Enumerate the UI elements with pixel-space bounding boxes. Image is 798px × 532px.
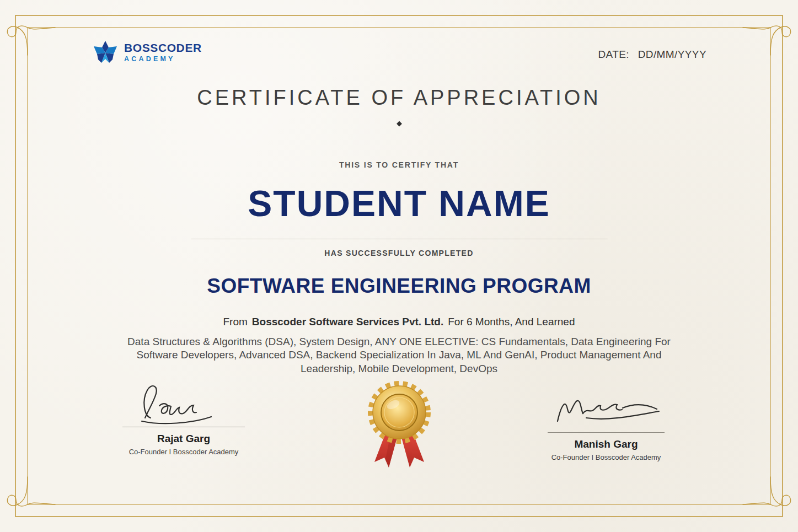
- certificate-page: BOSSCODER ACADEMY DATE: DD/MM/YYYY CERTI…: [0, 0, 798, 532]
- name-underline-rule: [191, 239, 607, 239]
- from-suffix: For 6 Months, And Learned: [448, 316, 575, 327]
- certify-line: THIS IS TO CERTIFY THAT: [0, 160, 798, 169]
- logo-text-bosscoder: BOSSCODER: [124, 42, 202, 53]
- manish-garg-signature-icon: [551, 393, 661, 431]
- from-line: FromBosscoder Software Services Pvt. Ltd…: [0, 316, 798, 328]
- corner-flourish-icon: [743, 477, 791, 506]
- diamond-separator-icon: [397, 121, 402, 127]
- bosscoder-logo-icon: [93, 41, 118, 64]
- completed-line: HAS SUCCESSFULLY COMPLETED: [0, 249, 798, 257]
- certificate-title: CERTIFICATE OF APPRECIATION: [0, 86, 798, 110]
- signatory-name: Rajat Garg: [122, 433, 245, 445]
- from-company: Bosscoder Software Services Pvt. Ltd.: [252, 316, 443, 327]
- rajat-garg-signature-icon: [134, 381, 233, 426]
- date-field: DATE: DD/MM/YYYY: [598, 49, 706, 61]
- signature-line: [548, 432, 665, 433]
- program-title: SOFTWARE ENGINEERING PROGRAM: [0, 275, 798, 298]
- corner-flourish-icon: [7, 26, 55, 55]
- signatory-title: Co-Founder I Bosscoder Academy: [548, 453, 665, 461]
- signatory-title: Co-Founder I Bosscoder Academy: [122, 448, 245, 456]
- logo-text-academy: ACADEMY: [124, 56, 202, 63]
- corner-flourish-icon: [7, 477, 55, 506]
- signature-block-manish: Manish Garg Co-Founder I Bosscoder Acade…: [548, 386, 665, 461]
- signature-line: [122, 427, 245, 427]
- date-label: DATE:: [598, 49, 629, 60]
- from-prefix: From: [223, 316, 248, 327]
- corner-flourish-icon: [743, 26, 791, 55]
- student-name: STUDENT NAME: [0, 182, 798, 224]
- bosscoder-logo: BOSSCODER ACADEMY: [93, 41, 202, 64]
- curriculum-text: Data Structures & Algorithms (DSA), Syst…: [111, 335, 687, 375]
- gold-medal-seal-icon: [347, 378, 452, 475]
- signature-block-rajat: Rajat Garg Co-Founder I Bosscoder Academ…: [122, 380, 245, 456]
- signatory-name: Manish Garg: [548, 438, 665, 450]
- date-value: DD/MM/YYYY: [638, 49, 706, 60]
